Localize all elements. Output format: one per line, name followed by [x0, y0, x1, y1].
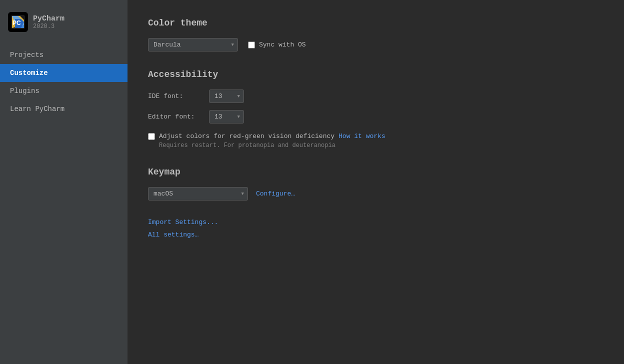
editor-font-label: Editor font:	[148, 113, 203, 120]
import-settings-link[interactable]: Import Settings...	[148, 218, 604, 226]
sync-os-checkbox[interactable]	[248, 42, 255, 48]
keymap-section: Keymap macOS Windows Linux Default for X…	[148, 167, 604, 200]
keymap-select-wrapper: macOS Windows Linux Default for XWin Ecl…	[148, 187, 248, 200]
sidebar: PC PyCharm 2020.3 Projects Customize Plu…	[0, 0, 128, 364]
color-theme-row: Darcula IntelliJ Light High Contrast Syn…	[148, 38, 604, 52]
color-theme-section: Color theme Darcula IntelliJ Light High …	[148, 18, 604, 52]
svg-text:PC: PC	[12, 20, 21, 26]
ide-font-select[interactable]: 10 11 12 13 14 16 18 20	[209, 90, 244, 103]
vision-row: Adjust colors for red-green vision defic…	[148, 132, 604, 140]
how-it-works-link[interactable]: How it works	[338, 132, 386, 140]
editor-font-select[interactable]: 10 11 12 13 14 16 18 20	[209, 110, 244, 124]
sync-os-row: Sync with OS	[248, 41, 306, 48]
vision-subtext: Requires restart. For protanopia and deu…	[159, 142, 604, 149]
bottom-links: Import Settings... All settings…	[148, 218, 604, 238]
configure-link[interactable]: Configure…	[256, 190, 295, 198]
app-version: 2020.3	[33, 23, 64, 30]
vision-label: Adjust colors for red-green vision defic…	[159, 132, 334, 140]
sidebar-item-projects[interactable]: Projects	[0, 46, 128, 64]
app-name: PyCharm	[33, 14, 64, 23]
accessibility-title: Accessibility	[148, 70, 604, 80]
pycharm-logo: PC	[8, 12, 28, 32]
sidebar-nav: Projects Customize Plugins Learn PyCharm	[0, 46, 128, 118]
ide-font-row: IDE font: 10 11 12 13 14 16 18 20	[148, 90, 604, 103]
vision-checkbox[interactable]	[148, 133, 155, 140]
color-theme-title: Color theme	[148, 18, 604, 28]
sidebar-item-learn[interactable]: Learn PyCharm	[0, 100, 128, 118]
editor-font-select-wrapper: 10 11 12 13 14 16 18 20	[209, 110, 244, 124]
sidebar-item-plugins[interactable]: Plugins	[0, 82, 128, 100]
keymap-title: Keymap	[148, 167, 604, 177]
app-title-block: PyCharm 2020.3	[33, 14, 64, 30]
main-content: Color theme Darcula IntelliJ Light High …	[128, 0, 624, 364]
sync-os-label: Sync with OS	[259, 41, 306, 48]
keymap-row: macOS Windows Linux Default for XWin Ecl…	[148, 187, 604, 200]
ide-font-label: IDE font:	[148, 92, 203, 100]
keymap-select[interactable]: macOS Windows Linux Default for XWin Ecl…	[148, 187, 248, 200]
editor-font-row: Editor font: 10 11 12 13 14 16 18 20	[148, 110, 604, 124]
theme-select-wrapper: Darcula IntelliJ Light High Contrast	[148, 38, 238, 52]
sidebar-item-customize[interactable]: Customize	[0, 64, 128, 82]
accessibility-section: Accessibility IDE font: 10 11 12 13 14 1…	[148, 70, 604, 149]
app-header: PC PyCharm 2020.3	[0, 8, 128, 42]
ide-font-select-wrapper: 10 11 12 13 14 16 18 20	[209, 90, 244, 103]
theme-select[interactable]: Darcula IntelliJ Light High Contrast	[148, 38, 238, 52]
all-settings-link[interactable]: All settings…	[148, 231, 604, 238]
